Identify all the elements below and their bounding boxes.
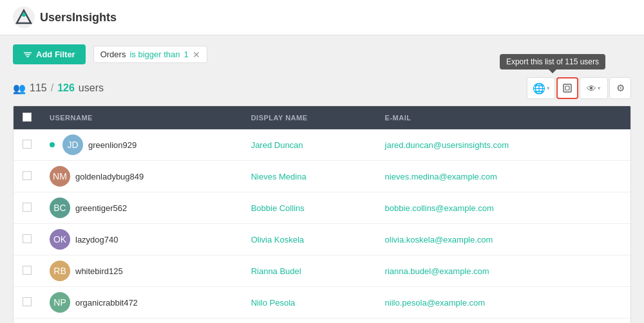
- table-body: JDgreenlion929Jared Duncanjared.duncan@u…: [14, 129, 630, 323]
- row-checkbox-cell: [14, 318, 41, 324]
- table-row[interactable]: NPorganicrabbit472Niilo Pesolaniilo.peso…: [14, 287, 630, 318]
- display-name-text[interactable]: Nieves Medina: [251, 172, 307, 181]
- select-all-checkbox[interactable]: [23, 113, 32, 122]
- username-cell: NPorganicrabbit472: [41, 287, 242, 318]
- row-checkbox-cell: [14, 287, 41, 318]
- table-row[interactable]: RBwhitebird125Rianna Budelrianna.budel@e…: [14, 255, 630, 287]
- row-checkbox-cell: [14, 161, 41, 192]
- email-text[interactable]: nieves.medina@example.com: [385, 172, 497, 181]
- logo: UsersInsights: [13, 6, 117, 28]
- chevron-down-icon-2: ▾: [598, 85, 601, 91]
- username-cell: NMgoldenladybug849: [41, 161, 242, 192]
- table-row[interactable]: EMbrownmouse174Ethel Mooreethel.moore@ex…: [14, 318, 630, 324]
- username-text[interactable]: goldenladybug849: [75, 172, 144, 181]
- email-text[interactable]: rianna.budel@example.com: [385, 266, 489, 276]
- avatar: JD: [62, 134, 83, 155]
- logo-icon: [13, 6, 35, 28]
- username-cell: BCgreentiger562: [41, 192, 242, 224]
- settings-icon: ⚙: [616, 82, 625, 94]
- display-name-column-header: DISPLAY NAME: [242, 106, 376, 129]
- display-name-cell: Ethel Moore: [242, 318, 376, 324]
- row-checkbox[interactable]: [23, 203, 32, 212]
- filter-close-button[interactable]: ✕: [193, 50, 200, 59]
- count-bar: 👥 115 / 126 users Export this list of 11…: [0, 73, 644, 106]
- display-name-text[interactable]: Niilo Pesola: [251, 298, 296, 308]
- username-text[interactable]: greentiger562: [75, 203, 127, 213]
- online-indicator: [50, 142, 55, 147]
- table-row[interactable]: OKlazydog740Olivia Koskelaolivia.koskela…: [14, 224, 630, 255]
- row-checkbox[interactable]: [23, 297, 32, 306]
- username-text[interactable]: whitebird125: [75, 266, 123, 276]
- count-current: 115: [30, 82, 47, 94]
- row-checkbox[interactable]: [23, 140, 32, 149]
- user-row: NMgoldenladybug849: [50, 166, 233, 187]
- display-name-cell: Niilo Pesola: [242, 287, 376, 318]
- row-checkbox-cell: [14, 129, 41, 161]
- display-name-cell: Bobbie Collins: [242, 192, 376, 224]
- user-row: OKlazydog740: [50, 229, 233, 250]
- email-cell: rianna.budel@example.com: [376, 255, 630, 287]
- visibility-button[interactable]: 👁 ▾: [580, 77, 608, 99]
- export-tooltip: Export this list of 115 users: [500, 54, 605, 69]
- table-row[interactable]: NMgoldenladybug849Nieves Medinanieves.me…: [14, 161, 630, 192]
- user-count: 👥 115 / 126 users: [13, 82, 104, 95]
- avatar: BC: [50, 198, 70, 218]
- table-row[interactable]: JDgreenlion929Jared Duncanjared.duncan@u…: [14, 129, 630, 161]
- globe-icon: 🌐: [533, 82, 545, 95]
- export-button[interactable]: [556, 77, 578, 99]
- chevron-down-icon: ▾: [547, 85, 550, 91]
- globe-button[interactable]: 🌐 ▾: [527, 77, 555, 99]
- svg-rect-7: [565, 86, 569, 90]
- filter-icon: [23, 50, 32, 59]
- filter-tag: Orders is bigger than 1 ✕: [93, 46, 207, 63]
- email-text[interactable]: niilo.pesola@example.com: [385, 298, 486, 308]
- email-cell: jared.duncan@usersinsights.com: [376, 129, 630, 161]
- checkbox-header[interactable]: [14, 106, 41, 129]
- export-icon: [562, 83, 573, 93]
- email-cell: nieves.medina@example.com: [376, 161, 630, 192]
- add-filter-button[interactable]: Add Filter: [13, 44, 86, 64]
- email-cell: ethel.moore@example.com: [376, 318, 630, 324]
- users-table: USERNAME DISPLAY NAME E-MAIL JDgreenlion…: [13, 106, 631, 323]
- toolbar-actions: Export this list of 115 users 🌐 ▾ 👁 ▾: [527, 77, 631, 99]
- eye-icon: 👁: [587, 83, 596, 94]
- table-header: USERNAME DISPLAY NAME E-MAIL: [14, 106, 630, 129]
- row-checkbox[interactable]: [23, 266, 32, 275]
- display-name-cell: Olivia Koskela: [242, 224, 376, 255]
- username-cell: RBwhitebird125: [41, 255, 242, 287]
- display-name-cell: Nieves Medina: [242, 161, 376, 192]
- display-name-cell: Rianna Budel: [242, 255, 376, 287]
- username-text[interactable]: lazydog740: [75, 235, 118, 245]
- email-cell: olivia.koskela@example.com: [376, 224, 630, 255]
- count-label: users: [79, 82, 104, 94]
- username-text[interactable]: greenlion929: [88, 140, 137, 150]
- row-checkbox[interactable]: [23, 171, 32, 180]
- row-checkbox-cell: [14, 224, 41, 255]
- logo-text: UsersInsights: [40, 11, 117, 24]
- svg-point-2: [22, 13, 26, 17]
- display-name-cell: Jared Duncan: [242, 129, 376, 161]
- username-cell: EMbrownmouse174: [41, 318, 242, 324]
- email-column-header: E-MAIL: [376, 106, 630, 129]
- filter-field: Orders: [100, 50, 126, 59]
- display-name-text[interactable]: Rianna Budel: [251, 266, 301, 276]
- user-row: NPorganicrabbit472: [50, 292, 233, 313]
- row-checkbox-cell: [14, 255, 41, 287]
- username-text[interactable]: organicrabbit472: [75, 298, 138, 308]
- email-text[interactable]: olivia.koskela@example.com: [385, 235, 493, 245]
- row-checkbox[interactable]: [23, 234, 32, 243]
- display-name-text[interactable]: Olivia Koskela: [251, 235, 304, 245]
- filter-value: 1: [184, 50, 188, 59]
- row-checkbox-cell: [14, 192, 41, 224]
- settings-button[interactable]: ⚙: [609, 77, 631, 99]
- header: UsersInsights: [0, 0, 644, 35]
- avatar: NM: [50, 166, 70, 187]
- email-text[interactable]: bobbie.collins@example.com: [385, 203, 494, 213]
- avatar: RB: [50, 261, 70, 281]
- display-name-text[interactable]: Bobbie Collins: [251, 203, 305, 213]
- username-cell: OKlazydog740: [41, 224, 242, 255]
- email-text[interactable]: jared.duncan@usersinsights.com: [385, 140, 509, 150]
- filter-operator: is bigger than: [129, 50, 180, 59]
- display-name-text[interactable]: Jared Duncan: [251, 140, 303, 150]
- table-row[interactable]: BCgreentiger562Bobbie Collinsbobbie.coll…: [14, 192, 630, 224]
